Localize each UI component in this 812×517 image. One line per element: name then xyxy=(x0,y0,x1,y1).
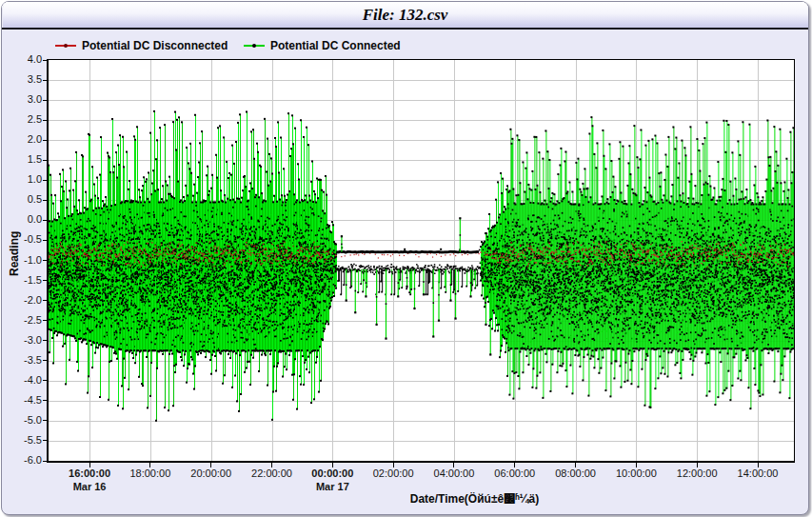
window-title: File: 132.csv xyxy=(2,2,808,28)
y-tick-label: 0.0 xyxy=(2,213,42,226)
y-tick-mark xyxy=(43,120,47,121)
x-tick-label: 18:00:00 xyxy=(117,467,184,479)
y-tick-mark xyxy=(43,140,47,141)
y-tick-label: -5.0 xyxy=(2,414,42,427)
y-tick-label: 0.5 xyxy=(2,193,42,206)
y-tick-mark xyxy=(43,60,47,61)
y-tick-label: 3.0 xyxy=(2,93,42,106)
y-tick-mark xyxy=(43,280,47,281)
y-tick-mark xyxy=(43,240,47,241)
y-tick-label: -6.0 xyxy=(2,454,42,467)
title-bar: File: 132.csv xyxy=(2,2,808,30)
y-tick-label: -1.0 xyxy=(2,254,42,267)
y-tick-mark xyxy=(43,80,47,81)
y-tick-mark xyxy=(43,320,47,321)
y-tick-label: -5.5 xyxy=(2,434,42,447)
y-tick-label: -1.5 xyxy=(2,274,42,287)
y-tick-mark xyxy=(43,180,47,181)
x-tick-label: 20:00:00 xyxy=(178,467,245,479)
y-tick-mark xyxy=(43,260,47,261)
plot-area xyxy=(47,59,795,463)
legend-item-connected[interactable]: Potential DC Connected xyxy=(244,39,401,52)
y-tick-label: -4.5 xyxy=(2,394,42,407)
y-tick-mark xyxy=(43,440,47,441)
y-tick-label: 2.5 xyxy=(2,113,42,126)
x-tick-label: 00:00:00Mar 17 xyxy=(299,467,366,492)
x-tick-label: 04:00:00 xyxy=(421,467,487,479)
chart-window: File: 132.csv Potential DC Disconnected … xyxy=(1,1,809,515)
y-tick-label: -4.0 xyxy=(2,374,42,387)
y-tick-mark xyxy=(43,200,47,201)
y-tick-label: -2.5 xyxy=(2,314,42,327)
x-tick-label: 06:00:00 xyxy=(482,467,548,479)
y-tick-mark xyxy=(43,380,47,381)
legend-item-disconnected[interactable]: Potential DC Disconnected xyxy=(55,39,228,52)
y-tick-mark xyxy=(43,420,47,421)
y-tick-mark xyxy=(43,300,47,301)
y-tick-mark xyxy=(43,360,47,361)
y-tick-label: -3.5 xyxy=(2,354,42,367)
x-tick-label: 10:00:00 xyxy=(603,467,669,479)
y-tick-mark xyxy=(43,461,47,462)
y-tick-mark xyxy=(43,100,47,101)
y-tick-label: 3.5 xyxy=(2,73,42,86)
y-tick-mark xyxy=(43,340,47,341)
x-tick-label: 08:00:00 xyxy=(543,467,609,479)
y-tick-label: -2.0 xyxy=(2,294,42,307)
x-tick-label: 02:00:00 xyxy=(360,467,426,479)
y-tick-label: -0.5 xyxy=(2,233,42,246)
x-tick-label: 12:00:00 xyxy=(663,467,730,479)
x-tick-label: 14:00:00 xyxy=(724,467,791,479)
x-tick-label: 16:00:00Mar 16 xyxy=(56,467,123,492)
series-marker-disconnected-icon xyxy=(55,45,76,47)
x-tick-label: 22:00:00 xyxy=(239,467,306,479)
y-tick-label: 1.5 xyxy=(2,153,42,166)
y-tick-label: 4.0 xyxy=(2,53,42,66)
y-tick-label: -3.0 xyxy=(2,334,42,347)
x-axis-title: Date/Time(Öйú±ê׼ʱ¼ä) xyxy=(102,492,812,506)
y-tick-label: 2.0 xyxy=(2,133,42,146)
legend-label-disconnected: Potential DC Disconnected xyxy=(82,39,228,52)
legend-label-connected: Potential DC Connected xyxy=(270,39,401,52)
y-tick-label: 1.0 xyxy=(2,173,42,186)
y-tick-mark xyxy=(43,400,47,401)
plot-canvas[interactable] xyxy=(49,60,794,461)
series-marker-connected-icon xyxy=(244,45,265,47)
y-tick-mark xyxy=(43,160,47,161)
y-tick-mark xyxy=(43,220,47,221)
